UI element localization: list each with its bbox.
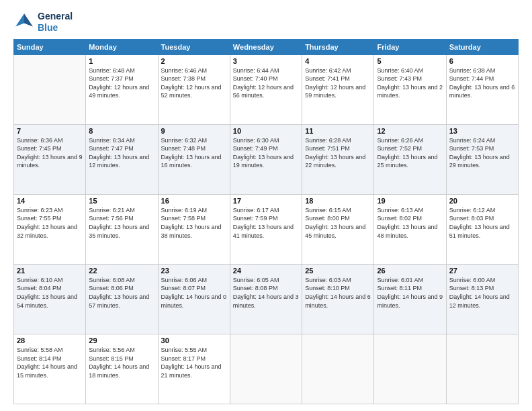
day-info: Sunrise: 6:08 AMSunset: 8:06 PMDaylight:… (89, 276, 154, 310)
calendar-week-row: 21Sunrise: 6:10 AMSunset: 8:04 PMDayligh… (14, 264, 519, 334)
calendar-week-row: 28Sunrise: 5:58 AMSunset: 8:14 PMDayligh… (14, 334, 519, 404)
day-info: Sunrise: 6:44 AMSunset: 7:40 PMDaylight:… (233, 66, 299, 100)
day-number: 25 (305, 267, 371, 275)
day-info: Sunrise: 5:55 AMSunset: 8:17 PMDaylight:… (161, 346, 227, 379)
calendar-day-cell: 5Sunrise: 6:40 AMSunset: 7:43 PMDaylight… (374, 54, 446, 124)
calendar-day-cell: 18Sunrise: 6:15 AMSunset: 8:00 PMDayligh… (302, 194, 374, 264)
calendar-day-cell: 2Sunrise: 6:46 AMSunset: 7:38 PMDaylight… (158, 54, 230, 124)
day-number: 7 (17, 127, 83, 135)
calendar-day-cell: 16Sunrise: 6:19 AMSunset: 7:58 PMDayligh… (158, 194, 230, 264)
weekday-header: Saturday (446, 39, 518, 54)
logo: General Blue (13, 11, 73, 34)
day-info: Sunrise: 5:56 AMSunset: 8:15 PMDaylight:… (89, 346, 154, 379)
calendar-day-cell: 9Sunrise: 6:32 AMSunset: 7:48 PMDaylight… (158, 124, 230, 194)
weekday-header: Sunday (14, 39, 86, 54)
weekday-header: Thursday (302, 39, 374, 54)
weekday-header: Friday (374, 39, 446, 54)
day-number: 24 (233, 267, 299, 275)
day-number: 17 (233, 197, 299, 205)
day-info: Sunrise: 6:00 AMSunset: 8:13 PMDaylight:… (449, 276, 515, 310)
calendar-day-cell: 13Sunrise: 6:24 AMSunset: 7:53 PMDayligh… (446, 124, 518, 194)
day-number: 9 (161, 127, 227, 135)
calendar-day-cell: 3Sunrise: 6:44 AMSunset: 7:40 PMDaylight… (230, 54, 302, 124)
calendar-table: SundayMondayTuesdayWednesdayThursdayFrid… (13, 39, 519, 404)
calendar-day-cell: 1Sunrise: 6:48 AMSunset: 7:37 PMDaylight… (86, 54, 158, 124)
logo-text-blue: Blue (38, 22, 73, 34)
day-number: 12 (377, 127, 443, 135)
calendar-day-cell: 26Sunrise: 6:01 AMSunset: 8:11 PMDayligh… (374, 264, 446, 334)
day-info: Sunrise: 6:42 AMSunset: 7:41 PMDaylight:… (305, 66, 371, 100)
day-info: Sunrise: 6:13 AMSunset: 8:02 PMDaylight:… (377, 206, 443, 240)
calendar-week-row: 1Sunrise: 6:48 AMSunset: 7:37 PMDaylight… (14, 54, 519, 124)
day-info: Sunrise: 6:10 AMSunset: 8:04 PMDaylight:… (17, 276, 83, 310)
day-info: Sunrise: 6:12 AMSunset: 8:03 PMDaylight:… (449, 206, 515, 240)
calendar-day-cell: 8Sunrise: 6:34 AMSunset: 7:47 PMDaylight… (86, 124, 158, 194)
calendar-week-row: 7Sunrise: 6:36 AMSunset: 7:45 PMDaylight… (14, 124, 519, 194)
logo-text-general: General (38, 11, 73, 22)
day-number: 30 (161, 336, 227, 345)
day-info: Sunrise: 6:05 AMSunset: 8:08 PMDaylight:… (233, 276, 299, 310)
day-number: 2 (161, 57, 227, 65)
day-info: Sunrise: 6:26 AMSunset: 7:52 PMDaylight:… (377, 136, 443, 170)
day-number: 28 (17, 336, 83, 345)
day-number: 15 (89, 197, 154, 205)
day-info: Sunrise: 6:40 AMSunset: 7:43 PMDaylight:… (377, 66, 443, 100)
day-info: Sunrise: 6:19 AMSunset: 7:58 PMDaylight:… (161, 206, 227, 240)
day-number: 1 (89, 57, 154, 65)
calendar-day-cell: 6Sunrise: 6:38 AMSunset: 7:44 PMDaylight… (446, 54, 518, 124)
day-number: 20 (449, 197, 515, 205)
day-number: 22 (89, 267, 154, 275)
day-info: Sunrise: 6:17 AMSunset: 7:59 PMDaylight:… (233, 206, 299, 240)
day-number: 13 (449, 127, 515, 135)
calendar-day-cell (446, 334, 518, 404)
calendar-day-cell: 14Sunrise: 6:23 AMSunset: 7:55 PMDayligh… (14, 194, 86, 264)
calendar-day-cell: 7Sunrise: 6:36 AMSunset: 7:45 PMDaylight… (14, 124, 86, 194)
day-number: 10 (233, 127, 299, 135)
calendar-day-cell (302, 334, 374, 404)
day-number: 27 (449, 267, 515, 275)
day-number: 19 (377, 197, 443, 205)
calendar-day-cell (230, 334, 302, 404)
day-info: Sunrise: 6:30 AMSunset: 7:49 PMDaylight:… (233, 136, 299, 170)
day-info: Sunrise: 6:23 AMSunset: 7:55 PMDaylight:… (17, 206, 83, 240)
day-number: 21 (17, 267, 83, 275)
calendar-day-cell (14, 54, 86, 124)
calendar-day-cell: 27Sunrise: 6:00 AMSunset: 8:13 PMDayligh… (446, 264, 518, 334)
calendar-day-cell: 24Sunrise: 6:05 AMSunset: 8:08 PMDayligh… (230, 264, 302, 334)
calendar-body: 1Sunrise: 6:48 AMSunset: 7:37 PMDaylight… (14, 54, 519, 404)
calendar-header-row: SundayMondayTuesdayWednesdayThursdayFrid… (14, 39, 519, 54)
header: General Blue (13, 11, 519, 34)
calendar-day-cell: 10Sunrise: 6:30 AMSunset: 7:49 PMDayligh… (230, 124, 302, 194)
day-info: Sunrise: 6:28 AMSunset: 7:51 PMDaylight:… (305, 136, 371, 170)
weekday-header: Tuesday (158, 39, 230, 54)
weekday-header: Wednesday (230, 39, 302, 54)
logo-icon (13, 11, 35, 33)
day-info: Sunrise: 6:32 AMSunset: 7:48 PMDaylight:… (161, 136, 227, 170)
day-info: Sunrise: 6:34 AMSunset: 7:47 PMDaylight:… (89, 136, 154, 170)
calendar-day-cell: 20Sunrise: 6:12 AMSunset: 8:03 PMDayligh… (446, 194, 518, 264)
day-number: 11 (305, 127, 371, 135)
day-info: Sunrise: 6:21 AMSunset: 7:56 PMDaylight:… (89, 206, 154, 240)
day-info: Sunrise: 6:48 AMSunset: 7:37 PMDaylight:… (89, 66, 154, 100)
day-number: 23 (161, 267, 227, 275)
day-info: Sunrise: 6:01 AMSunset: 8:11 PMDaylight:… (377, 276, 443, 310)
calendar-day-cell: 29Sunrise: 5:56 AMSunset: 8:15 PMDayligh… (86, 334, 158, 404)
calendar-day-cell: 4Sunrise: 6:42 AMSunset: 7:41 PMDaylight… (302, 54, 374, 124)
day-info: Sunrise: 6:06 AMSunset: 8:07 PMDaylight:… (161, 276, 227, 310)
day-number: 6 (449, 57, 515, 65)
calendar-day-cell: 12Sunrise: 6:26 AMSunset: 7:52 PMDayligh… (374, 124, 446, 194)
day-number: 18 (305, 197, 371, 205)
day-info: Sunrise: 6:03 AMSunset: 8:10 PMDaylight:… (305, 276, 371, 310)
day-number: 14 (17, 197, 83, 205)
day-info: Sunrise: 5:58 AMSunset: 8:14 PMDaylight:… (17, 346, 83, 379)
day-info: Sunrise: 6:38 AMSunset: 7:44 PMDaylight:… (449, 66, 515, 100)
day-number: 29 (89, 336, 154, 345)
calendar-day-cell: 17Sunrise: 6:17 AMSunset: 7:59 PMDayligh… (230, 194, 302, 264)
day-number: 26 (377, 267, 443, 275)
calendar-day-cell: 22Sunrise: 6:08 AMSunset: 8:06 PMDayligh… (86, 264, 158, 334)
calendar-day-cell: 23Sunrise: 6:06 AMSunset: 8:07 PMDayligh… (158, 264, 230, 334)
day-info: Sunrise: 6:24 AMSunset: 7:53 PMDaylight:… (449, 136, 515, 170)
svg-marker-1 (24, 13, 33, 26)
day-number: 3 (233, 57, 299, 65)
day-info: Sunrise: 6:46 AMSunset: 7:38 PMDaylight:… (161, 66, 227, 100)
